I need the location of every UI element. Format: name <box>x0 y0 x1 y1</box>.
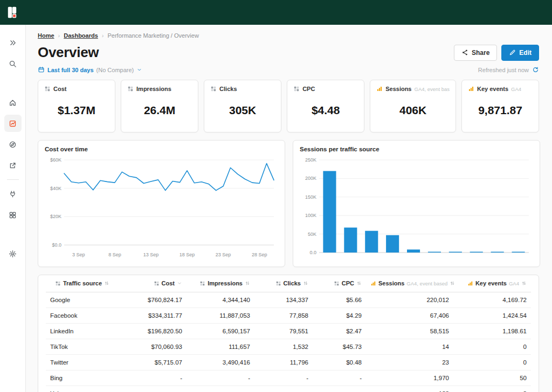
breadcrumb-item[interactable]: Dashboards <box>64 32 98 39</box>
table-row-bing: Bing----1,97050 <box>46 370 531 386</box>
sort-icon <box>245 281 250 286</box>
column-header-traffic-source[interactable]: Traffic source <box>46 275 119 292</box>
date-range-picker[interactable]: Last full 30 days (No Compare) <box>38 66 142 73</box>
gear-icon <box>9 250 17 258</box>
svg-text:18 Sep: 18 Sep <box>180 252 195 257</box>
svg-text:50K: 50K <box>308 232 316 237</box>
chart-title: Cost over time <box>45 146 278 152</box>
kpi-card-clicks[interactable]: Clicks305K <box>204 80 281 132</box>
refresh-status: Refreshed just now <box>478 67 529 73</box>
column-label: Cost <box>162 280 175 286</box>
svg-text:150K: 150K <box>305 194 316 200</box>
column-header-cost[interactable]: Cost <box>119 275 187 292</box>
sidebar-item-collapse[interactable] <box>4 34 22 51</box>
metric-icon <box>334 281 340 286</box>
cell-value: - <box>187 370 254 386</box>
cell-value: 6,590,157 <box>187 323 254 339</box>
cell-value: 1,424.54 <box>453 307 531 323</box>
breadcrumb-separator: › <box>102 32 104 39</box>
chart-title: Sessions per traffic source <box>300 146 533 152</box>
cell-value: - <box>313 386 366 392</box>
column-label: CPC <box>342 280 354 286</box>
external-link-icon <box>9 162 17 170</box>
sidebar-item-home[interactable] <box>4 94 22 111</box>
cell-value: 77,858 <box>254 307 313 323</box>
kpi-card-cost[interactable]: Cost$1.37M <box>38 80 115 132</box>
cell-value: 1,970 <box>366 370 453 386</box>
cell-value: $196,820.50 <box>119 323 187 339</box>
sidebar-item-explore[interactable] <box>4 136 22 153</box>
column-header-sessions[interactable]: SessionsGA4, event based <box>366 275 453 292</box>
compare-label: (No Compare) <box>96 67 134 73</box>
cell-value: $45.73 <box>313 339 366 354</box>
edit-button-label: Edit <box>519 49 532 57</box>
share-button[interactable]: Share <box>454 45 497 61</box>
caret-down-icon <box>177 281 182 286</box>
metric-icon <box>210 86 217 92</box>
cell-value: $760,824.17 <box>119 292 187 307</box>
sidebar-item-settings[interactable] <box>4 245 22 262</box>
sidebar-item-connectors[interactable] <box>4 185 22 202</box>
refresh-icon[interactable] <box>532 66 539 73</box>
breadcrumb-item: Performance Marketing / Overview <box>107 32 198 39</box>
metric-icon <box>275 281 281 286</box>
cell-value: - <box>187 386 254 392</box>
compass-icon <box>9 141 17 149</box>
svg-text:13 Sep: 13 Sep <box>143 252 159 257</box>
chevrons-right-icon <box>9 39 17 47</box>
table-row-yahoo: Yahoo----1838 <box>46 386 531 392</box>
cell-traffic-source: LinkedIn <box>46 323 119 339</box>
kpi-card-sessions[interactable]: SessionsGA4, event bas406K <box>370 80 456 132</box>
table-row-linkedin: LinkedIn$196,820.506,590,15779,551$2.475… <box>46 323 531 339</box>
cell-value: - <box>254 370 313 386</box>
cell-traffic-source: Google <box>46 292 119 307</box>
sort-icon <box>521 281 527 286</box>
calendar-icon <box>38 66 45 73</box>
cost-over-time-panel: Cost over time $0.0$20K$40K$60K3 Sep8 Se… <box>38 140 285 267</box>
cell-value: 3,490,416 <box>187 354 254 370</box>
svg-text:100K: 100K <box>305 213 316 218</box>
sort-icon <box>356 281 362 286</box>
breadcrumb-item[interactable]: Home <box>38 32 54 39</box>
cell-value: - <box>119 386 187 392</box>
cell-value: 0 <box>453 354 531 370</box>
column-badge: GA4, event based <box>406 281 447 286</box>
metric-icon <box>199 281 205 286</box>
kpi-label: CPC <box>302 86 315 92</box>
sidebar-spacer <box>0 76 25 90</box>
cell-value: - <box>254 386 313 392</box>
sidebar-item-data-sources[interactable] <box>4 206 22 223</box>
sessions-per-source-panel: Sessions per traffic source 0.050K100K15… <box>293 140 540 267</box>
page-title: Overview <box>38 44 99 61</box>
cell-traffic-source: Bing <box>46 370 119 386</box>
kpi-value: 305K <box>210 104 275 117</box>
sidebar <box>0 25 26 392</box>
funnel-logo[interactable] <box>8 6 19 18</box>
edit-icon <box>509 49 516 56</box>
column-badge: GA4 <box>509 281 519 286</box>
metric-icon <box>127 86 134 92</box>
kpi-card-key-events[interactable]: Key eventsGA49,871.87 <box>461 80 539 132</box>
kpi-value: 9,871.87 <box>468 104 533 117</box>
cell-value: 134,337 <box>254 292 313 307</box>
cell-value: 58,515 <box>366 323 453 339</box>
metric-icon <box>55 281 61 286</box>
edit-button[interactable]: Edit <box>501 45 539 61</box>
kpi-value: 26.4M <box>127 104 192 117</box>
cell-value: 67,406 <box>366 307 453 323</box>
traffic-source-table: Traffic sourceCostImpressionsClicksCPCSe… <box>46 275 531 392</box>
cell-value: $5,715.07 <box>119 354 187 370</box>
column-header-key-events[interactable]: Key eventsGA4 <box>453 275 531 292</box>
sidebar-item-search[interactable] <box>4 55 22 72</box>
column-header-clicks[interactable]: Clicks <box>254 275 313 292</box>
column-header-impressions[interactable]: Impressions <box>187 275 254 292</box>
kpi-card-cpc[interactable]: CPC$4.48 <box>287 80 364 132</box>
column-header-cpc[interactable]: CPC <box>313 275 366 292</box>
column-label: Sessions <box>378 280 404 286</box>
sidebar-item-dashboards[interactable] <box>4 115 22 132</box>
svg-text:$0.0: $0.0 <box>52 242 61 248</box>
sidebar-item-share[interactable] <box>4 157 22 174</box>
sidebar-divider <box>7 179 19 180</box>
kpi-card-impressions[interactable]: Impressions26.4M <box>121 80 198 132</box>
column-label: Clicks <box>284 280 301 286</box>
